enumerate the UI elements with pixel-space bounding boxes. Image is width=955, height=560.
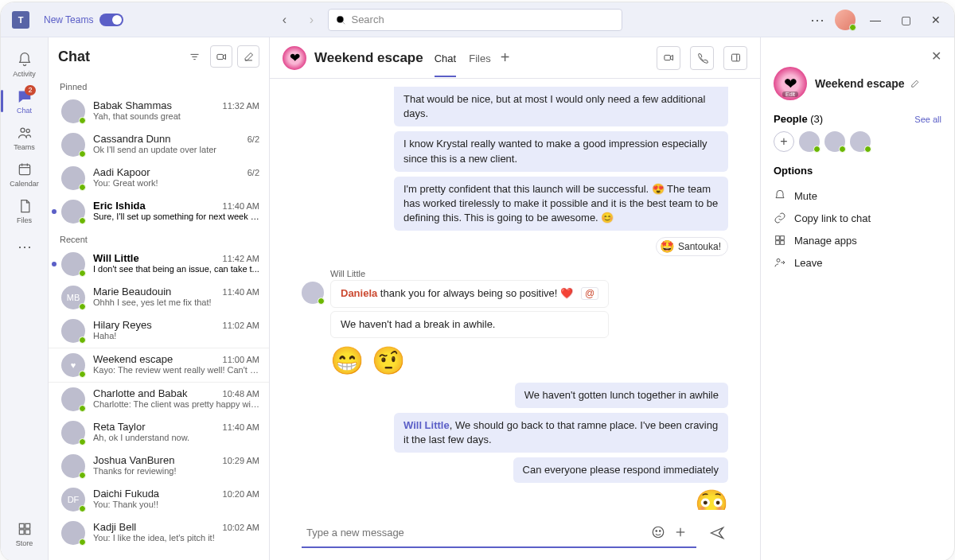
conversation-item[interactable]: Charlotte and Babak10:48 AMCharlotte: Th… xyxy=(49,383,269,416)
message-out[interactable]: Will Little, We should go back to that r… xyxy=(394,413,728,453)
options-label: Options xyxy=(774,165,941,177)
conversation-name: Will Little xyxy=(93,252,218,264)
edit-icon[interactable] xyxy=(910,79,920,89)
rail-calendar[interactable]: Calendar xyxy=(6,157,44,192)
conversation-item[interactable]: Kadji Bell10:02 AMYou: I like the idea, … xyxy=(49,516,269,550)
conversation-item[interactable]: DFDaichi Fukuda10:20 AMYou: Thank you!! xyxy=(49,483,269,516)
conversation-item[interactable]: Hilary Reyes11:02 AMHaha! xyxy=(49,314,269,348)
conversation-avatar xyxy=(61,421,85,445)
conversation-item[interactable]: MBMarie Beaudouin11:40 AMOhhh I see, yes… xyxy=(49,281,269,314)
filter-button[interactable] xyxy=(183,45,205,68)
minimize-button[interactable]: — xyxy=(865,10,886,30)
person-avatar[interactable] xyxy=(799,131,820,152)
rail-activity[interactable]: Activity xyxy=(6,47,44,82)
conversation-item[interactable]: Will Little11:42 AMI don't see that bein… xyxy=(49,247,269,281)
emoji-icon[interactable]: 🤨 xyxy=(372,344,405,376)
message-in[interactable]: Daniela thank you for always being so po… xyxy=(330,280,609,307)
details-panel: ✕ ❤Edit Weekend escape People (3) See al… xyxy=(760,37,954,560)
svg-rect-17 xyxy=(731,54,739,61)
rail-store[interactable]: Store xyxy=(6,516,44,551)
conversation-time: 10:29 AM xyxy=(223,456,259,465)
close-button[interactable]: ✕ xyxy=(926,10,946,30)
conversation-item[interactable]: Cassandra Dunn6/2Ok I'll send an update … xyxy=(49,128,269,161)
conversation-time: 11:02 AM xyxy=(223,321,259,330)
add-button[interactable] xyxy=(669,521,692,543)
audio-call-button[interactable] xyxy=(690,46,714,70)
svg-rect-8 xyxy=(19,523,24,528)
message-out[interactable]: We haven't gotten lunch together in awhi… xyxy=(515,383,728,408)
add-person-button[interactable]: + xyxy=(774,131,794,152)
svg-point-28 xyxy=(777,259,780,262)
option-copy-link[interactable]: Copy link to chat xyxy=(774,207,941,229)
conversation-item[interactable]: Reta Taylor11:40 AMAh, ok I understand n… xyxy=(49,416,269,449)
current-user-avatar[interactable] xyxy=(835,10,856,30)
conversation-preview: Charlotte: The client was pretty happy w… xyxy=(93,399,259,409)
option-leave[interactable]: Leave xyxy=(774,251,941,274)
message-out[interactable]: That would be nice, but at most I would … xyxy=(394,87,728,126)
unread-dot xyxy=(52,262,57,266)
search-input[interactable]: Search xyxy=(328,9,622,31)
conversation-avatar: MB xyxy=(61,286,85,309)
open-panel-button[interactable] xyxy=(723,46,747,70)
tab-chat[interactable]: Chat xyxy=(435,52,456,77)
new-chat-button[interactable] xyxy=(237,45,259,68)
send-button[interactable] xyxy=(706,522,728,544)
message-out[interactable]: I know Krystal really wanted to make a g… xyxy=(394,131,728,171)
maximize-button[interactable]: ▢ xyxy=(895,10,916,30)
emoji-icon[interactable]: 😁 xyxy=(330,344,364,376)
conversation-name: Eric Ishida xyxy=(93,200,218,212)
conversation-preview: Ah, ok I understand now. xyxy=(93,433,259,442)
svg-rect-16 xyxy=(664,55,670,60)
new-teams-toggle[interactable] xyxy=(99,14,123,26)
chat-main: ❤ Weekend escape Chat Files + That would… xyxy=(270,37,760,560)
emoji-icon: 🤩 xyxy=(660,239,675,254)
svg-rect-15 xyxy=(216,54,223,59)
tab-files[interactable]: Files xyxy=(469,52,490,76)
rail-chat[interactable]: Chat 2 xyxy=(6,84,44,119)
link-icon xyxy=(774,212,786,224)
add-tab-button[interactable]: + xyxy=(501,49,510,67)
pinned-label: Pinned xyxy=(49,76,269,95)
phone-icon xyxy=(696,52,708,64)
emoji-icon[interactable]: 😳 xyxy=(695,488,728,510)
conversation-name: Marie Beaudouin xyxy=(93,286,218,298)
unread-dot xyxy=(52,209,57,214)
see-all-link[interactable]: See all xyxy=(914,115,941,124)
apps-icon xyxy=(774,234,786,247)
rail-files[interactable]: Files xyxy=(6,193,44,228)
nav-back-icon[interactable]: ‹ xyxy=(277,13,291,27)
video-button[interactable] xyxy=(210,45,232,68)
rail-teams[interactable]: Teams xyxy=(6,120,44,155)
rail-more[interactable]: ⋯ xyxy=(6,230,44,265)
svg-point-20 xyxy=(656,531,657,532)
conversation-item[interactable]: Babak Shammas11:32 AMYah, that sounds gr… xyxy=(49,95,269,128)
option-mute[interactable]: Mute xyxy=(774,185,941,207)
conversation-item[interactable]: ♥Weekend escape11:00 AMKayo: The review … xyxy=(49,348,269,383)
close-panel-button[interactable]: ✕ xyxy=(931,49,941,64)
message-input[interactable] xyxy=(306,527,647,539)
conversation-time: 11:40 AM xyxy=(223,201,259,211)
message-out[interactable]: Can everyone please respond immediately xyxy=(513,457,728,483)
panel-avatar[interactable]: ❤Edit xyxy=(774,67,807,100)
svg-point-0 xyxy=(337,16,344,22)
message-in[interactable]: We haven't had a break in awhile. xyxy=(330,311,609,338)
person-avatar[interactable] xyxy=(824,131,845,152)
emoji-icon xyxy=(651,525,665,539)
person-avatar[interactable] xyxy=(850,131,871,152)
conversation-item[interactable]: Eric Ishida11:40 AMSure, I'll set up som… xyxy=(49,195,269,228)
sender-avatar[interactable] xyxy=(302,282,324,304)
chat-list-title: Chat xyxy=(58,49,178,65)
reaction-pill[interactable]: 🤩Santouka! xyxy=(656,237,728,256)
emoji-button[interactable] xyxy=(647,521,669,543)
chat-avatar: ❤ xyxy=(283,46,306,70)
message-list[interactable]: That would be nice, but at most I would … xyxy=(270,79,760,510)
more-icon[interactable]: ⋯ xyxy=(810,11,825,29)
conversation-item[interactable]: Joshua VanBuren10:29 AMThanks for review… xyxy=(49,449,269,483)
message-out[interactable]: I'm pretty confident that this launch wi… xyxy=(394,177,728,231)
file-icon xyxy=(16,197,33,215)
compose-box[interactable] xyxy=(302,518,696,548)
option-manage-apps[interactable]: Manage apps xyxy=(774,229,941,251)
conversation-item[interactable]: Aadi Kapoor6/2You: Great work! xyxy=(49,161,269,195)
nav-forward-icon[interactable]: › xyxy=(304,13,318,27)
video-call-button[interactable] xyxy=(657,46,680,70)
